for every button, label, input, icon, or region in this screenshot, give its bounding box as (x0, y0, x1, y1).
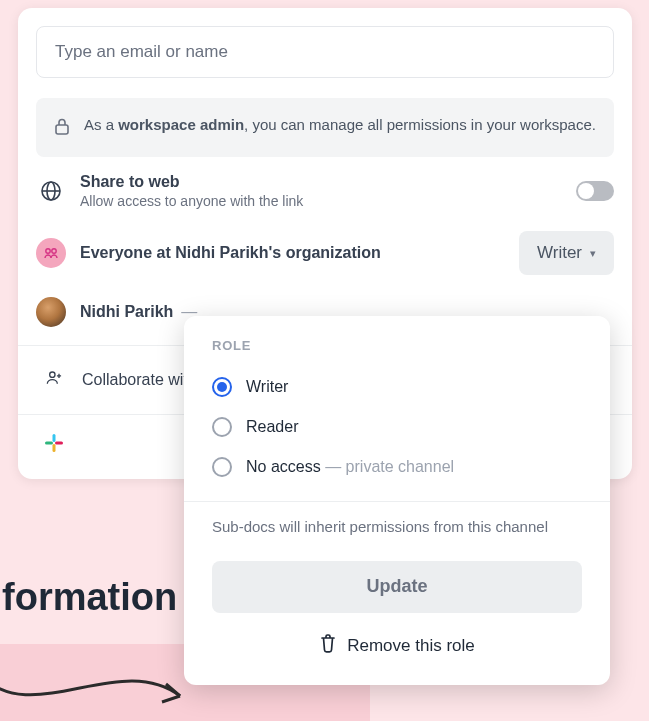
role-option-writer[interactable]: Writer (212, 367, 582, 407)
role-dropdown-label: Writer (537, 243, 582, 263)
admin-note-text: As a workspace admin, you can manage all… (84, 114, 596, 135)
radio-icon (212, 457, 232, 477)
everyone-label: Everyone at Nidhi Parikh's organization (80, 244, 505, 262)
admin-note: As a workspace admin, you can manage all… (36, 98, 614, 157)
user-avatar (36, 297, 66, 327)
share-web-subtitle: Allow access to anyone with the link (80, 193, 562, 209)
email-input[interactable] (36, 26, 614, 78)
role-popover: ROLE Writer Reader No access — private c… (184, 316, 610, 685)
role-heading: ROLE (212, 338, 582, 353)
lock-icon (54, 118, 70, 141)
trash-icon (319, 633, 337, 658)
slack-icon (44, 433, 64, 457)
everyone-row: Everyone at Nidhi Parikh's organization … (36, 225, 614, 291)
share-web-row: Share to web Allow access to anyone with… (36, 157, 614, 225)
role-option-reader[interactable]: Reader (212, 407, 582, 447)
role-option-label: No access (246, 458, 321, 475)
update-button[interactable]: Update (212, 561, 582, 613)
radio-icon (212, 417, 232, 437)
add-person-icon (44, 368, 64, 392)
arrow-icon (0, 660, 210, 720)
svg-rect-7 (45, 442, 53, 445)
role-option-suffix: — private channel (321, 458, 454, 475)
share-web-toggle[interactable] (576, 181, 614, 201)
remove-role-button[interactable]: Remove this role (212, 627, 582, 665)
role-option-label: Reader (246, 418, 298, 436)
svg-rect-9 (55, 442, 63, 445)
chevron-down-icon: ▾ (590, 247, 596, 260)
share-web-title: Share to web (80, 173, 562, 191)
svg-point-4 (52, 249, 56, 253)
svg-rect-8 (53, 444, 56, 452)
role-dropdown[interactable]: Writer ▾ (519, 231, 614, 275)
svg-rect-6 (53, 434, 56, 442)
org-avatar (36, 238, 66, 268)
svg-rect-0 (56, 125, 68, 134)
svg-point-5 (50, 372, 55, 377)
remove-role-label: Remove this role (347, 636, 475, 656)
divider (184, 501, 610, 502)
role-option-label: Writer (246, 378, 288, 396)
role-option-no-access[interactable]: No access — private channel (212, 447, 582, 487)
svg-point-3 (46, 249, 50, 253)
radio-icon (212, 377, 232, 397)
role-note: Sub-docs will inherit permissions from t… (212, 516, 582, 539)
globe-icon (36, 176, 66, 206)
collaborate-label: Collaborate wit (82, 371, 188, 389)
user-name: Nidhi Parikh (80, 303, 173, 321)
page-title-fragment: al information (0, 576, 177, 619)
